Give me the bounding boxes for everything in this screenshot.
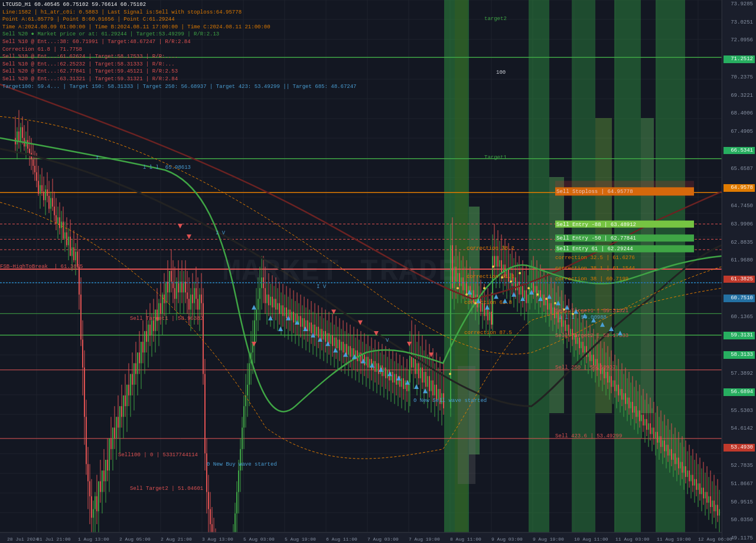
time-label: 9 Aug 19:00 xyxy=(533,537,564,542)
price-label: 72.0956 xyxy=(724,37,755,44)
info-line-8: Sell %10 @ Ent...:62.25232 | Target:58.3… xyxy=(2,61,175,67)
price-label: 67.4905 xyxy=(724,129,755,135)
price-label: 61.9680 xyxy=(724,257,755,264)
time-label: 11 Aug 19:00 xyxy=(657,537,691,542)
price-label: 66.5341 xyxy=(724,147,755,155)
info-line-10: Sell %20 @ Ent...:63.31321 | Target:59.3… xyxy=(2,76,178,82)
price-label: 57.3892 xyxy=(724,371,755,377)
chart-title: LTCUSD_H1 60.40545 60.75102 59.76614 60.… xyxy=(2,1,719,9)
price-label: 68.4006 xyxy=(724,110,755,117)
info-line-7: Sell %10 @ Ent...:61.62624 | Target:58.1… xyxy=(2,54,178,60)
price-label: 54.6142 xyxy=(724,426,755,432)
price-label: 51.8667 xyxy=(724,481,755,488)
price-label: 60.1365 xyxy=(724,314,755,320)
price-label: 52.7835 xyxy=(724,463,755,469)
price-label: 50.9515 xyxy=(724,499,755,506)
time-label: 9 Aug 03:00 xyxy=(491,537,523,542)
time-label: 11 Aug 03:00 xyxy=(615,537,650,542)
price-label: 61.3825 xyxy=(724,276,755,283)
info-line-3: Time A:2024.08.09 01:00:00 | Time B:2024… xyxy=(2,24,271,30)
time-label: 7 Aug 19:00 xyxy=(409,537,440,542)
time-label: 28 Jul 2024 xyxy=(7,537,38,542)
info-line-11: Target100: 59.4... | Target 150: 58.3133… xyxy=(2,84,357,90)
price-axis: 73.928573.025172.095671.251270.237569.32… xyxy=(722,0,756,543)
info-line-5: Sell %10 @ Ent...:38: 60.71991 | Target:… xyxy=(2,39,191,45)
time-label: 8 Aug 11:00 xyxy=(450,537,481,542)
price-label: 64.7450 xyxy=(724,203,755,210)
info-line-6: Correction 61.8 | 71.7758 xyxy=(2,47,82,53)
info-line-9: Sell %20 @ Ent...:62.77841 | Target:59.4… xyxy=(2,68,178,74)
time-axis: 28 Jul 202431 Jul 21:001 Aug 13:002 Aug … xyxy=(0,532,722,543)
price-label: 69.3221 xyxy=(724,93,755,99)
price-label: 62.8835 xyxy=(724,240,755,246)
info-bar: LTCUSD_H1 60.40545 60.75102 59.76614 60.… xyxy=(0,0,722,91)
time-label: 10 Aug 11:00 xyxy=(574,537,608,542)
time-label: 5 Aug 19:00 xyxy=(285,537,316,542)
time-label: 7 Aug 03:00 xyxy=(367,537,399,542)
time-label: 31 Jul 21:00 xyxy=(37,537,71,542)
price-label: 64.9578 xyxy=(724,184,755,192)
price-label: 71.2512 xyxy=(724,55,755,63)
price-label: 56.6894 xyxy=(724,388,755,396)
time-label: 2 Aug 21:00 xyxy=(161,537,192,542)
price-label: 58.3133 xyxy=(724,351,755,359)
price-label: 53.4930 xyxy=(724,444,755,452)
price-label: 59.3131 xyxy=(724,332,755,339)
time-label: 6 Aug 11:00 xyxy=(326,537,357,542)
info-line-2: Point A:61.85779 | Point B:60.01656 | Po… xyxy=(2,17,175,22)
price-label: 70.2375 xyxy=(724,74,755,81)
price-label: 63.9906 xyxy=(724,221,755,228)
price-label: 55.5303 xyxy=(724,408,755,414)
info-line-1: Line:1582 | h1_atr_c0i: 0.5883 | Last Si… xyxy=(2,9,242,15)
price-label: 65.6587 xyxy=(724,166,755,172)
price-label: 60.7510 xyxy=(724,295,755,302)
time-label: 12 Aug 06:00 xyxy=(698,537,732,542)
price-label: 50.0350 xyxy=(724,517,755,524)
time-label: 5 Aug 03:00 xyxy=(243,537,275,542)
time-label: 3 Aug 13:00 xyxy=(202,537,233,542)
chart-container: LTCUSD_H1 60.40545 60.75102 59.76614 60.… xyxy=(0,0,756,543)
info-line-4: Sell %20 ● Market price or at: 61.29244 … xyxy=(2,31,219,37)
price-label: 73.0251 xyxy=(724,19,755,26)
time-label: 1 Aug 13:00 xyxy=(78,537,109,542)
time-label: 2 Aug 05:00 xyxy=(119,537,151,542)
price-label: 73.9285 xyxy=(724,1,755,8)
